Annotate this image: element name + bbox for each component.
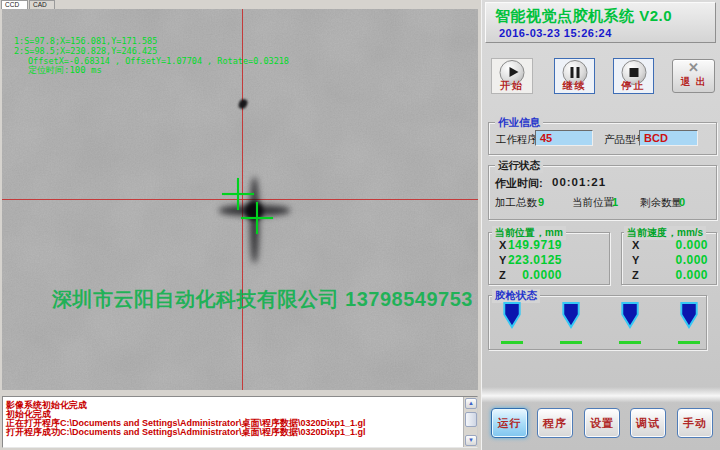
position-z-value: 0.0000 xyxy=(500,268,562,282)
speed-axis-y: Y xyxy=(632,254,639,266)
log-line: 打开程序成功C:\Documents and Settings\Administ… xyxy=(6,426,366,439)
glue-gun-icon xyxy=(620,302,640,329)
crosshair-horizontal-line xyxy=(2,199,478,200)
glue-gun-group: 胶枪状态 xyxy=(488,295,707,350)
position-y-value: 223.0125 xyxy=(500,253,562,267)
gun-ok-indicator xyxy=(501,341,523,344)
vision-cross-marker-2 xyxy=(256,202,258,234)
gun-ok-indicator xyxy=(678,341,700,344)
nav-manual-button[interactable]: 手动 xyxy=(677,408,713,438)
gun-ok-indicator xyxy=(560,341,582,344)
datetime-label: 2016-03-23 15:26:24 xyxy=(499,27,612,39)
current-index-value: 1 xyxy=(612,196,618,208)
program-field[interactable]: 45 xyxy=(535,130,593,146)
speed-axis-x: X xyxy=(632,239,639,251)
nav-program-button[interactable]: 程序 xyxy=(537,408,573,438)
speed-x-value: 0.000 xyxy=(648,238,708,252)
nav-debug-button[interactable]: 调试 xyxy=(630,408,666,438)
x-icon: ✕ xyxy=(673,60,714,75)
speed-z-value: 0.000 xyxy=(648,268,708,282)
job-time-label: 作业时间: xyxy=(495,176,543,191)
total-count-label: 加工总数 xyxy=(495,196,537,210)
glue-gun-group-label: 胶枪状态 xyxy=(492,289,540,303)
scroll-down-icon[interactable]: ▼ xyxy=(465,435,477,446)
job-info-group-label: 作业信息 xyxy=(495,116,543,130)
panel-highlight xyxy=(482,387,720,403)
app-title: 智能视觉点胶机系统 V2.0 xyxy=(495,7,672,26)
vendor-watermark: 深圳市云阳自动化科技有限公司 13798549753 xyxy=(52,286,472,313)
vision-result-line-2: 2:S=98.5;X=230.828,Y=246.425 xyxy=(14,47,157,56)
position-x-value: 149.9719 xyxy=(500,238,562,252)
start-button[interactable]: 开始 xyxy=(491,58,533,94)
glue-gun-icon xyxy=(561,302,581,329)
run-status-group: 运行状态 xyxy=(488,165,717,220)
current-index-label: 当前位置 xyxy=(572,196,614,210)
program-label: 工作程序 xyxy=(496,133,538,147)
scroll-up-icon[interactable]: ▲ xyxy=(465,398,477,409)
scrollbar-thumb[interactable] xyxy=(465,412,477,427)
speed-axis-z: Z xyxy=(632,269,639,281)
tab-cad[interactable]: CAD xyxy=(29,0,55,9)
nav-run-button[interactable]: 运行 xyxy=(491,408,528,438)
control-panel: 智能视觉点胶机系统 V2.0 2016-03-23 15:26:24 开始 继续… xyxy=(481,0,720,450)
tab-ccd[interactable]: CCD xyxy=(1,0,28,9)
log-panel: 影像系统初始化完成 初始化完成 正在打开程序C:\Documents and S… xyxy=(2,396,478,448)
run-status-group-label: 运行状态 xyxy=(495,159,543,173)
total-count-value: 9 xyxy=(538,196,544,208)
remaining-value: 0 xyxy=(679,196,685,208)
log-scrollbar[interactable]: ▲ ▼ xyxy=(463,397,477,447)
vision-result-line-1: 1:S=97.8;X=156.081,Y=171.585 xyxy=(14,37,157,46)
vision-locate-time-line: 定位时间:100 ms xyxy=(28,66,102,75)
nav-settings-button[interactable]: 设置 xyxy=(584,408,620,438)
continue-button[interactable]: 继续 xyxy=(554,58,595,94)
glue-gun-icon xyxy=(679,302,699,329)
job-time-value: 00:01:21 xyxy=(552,176,606,188)
camera-view: 1:S=97.8;X=156.081,Y=171.585 2:S=98.5;X=… xyxy=(2,9,478,390)
title-box: 智能视觉点胶机系统 V2.0 2016-03-23 15:26:24 xyxy=(485,2,716,43)
stop-button[interactable]: 停止 xyxy=(613,58,654,94)
vision-cross-marker-1 xyxy=(237,178,239,210)
exit-button[interactable]: ✕ 退 出 xyxy=(672,59,715,93)
glue-gun-icon xyxy=(502,302,522,329)
app-window: CCD CAD 1:S=97.8;X=156.081,Y=171.585 xyxy=(0,0,720,450)
remaining-label: 剩余数量 xyxy=(640,196,682,210)
speed-y-value: 0.000 xyxy=(648,253,708,267)
model-field[interactable]: BCD xyxy=(639,130,698,146)
gun-ok-indicator xyxy=(619,341,641,344)
